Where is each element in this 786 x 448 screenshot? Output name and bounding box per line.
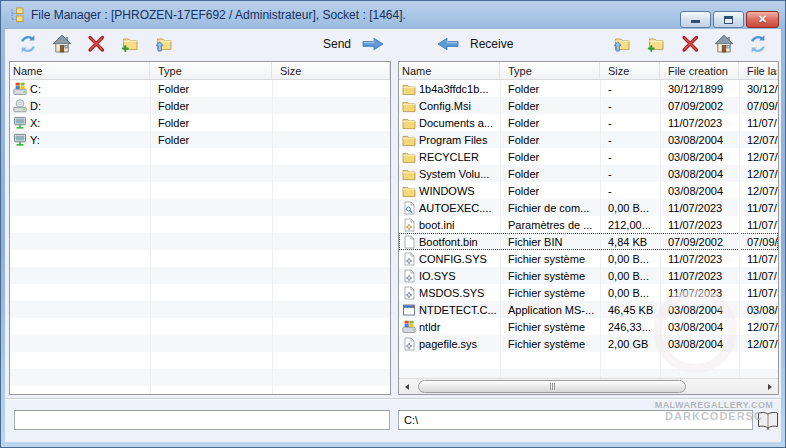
cell-name: WINDOWS <box>399 182 500 199</box>
cell-size: 0,00 B... <box>600 250 660 267</box>
right-list-header: NameTypeSizeFile creationFile last <box>399 62 778 80</box>
cell-created: 11/07/2023 <box>660 216 739 233</box>
address-book-icon[interactable] <box>756 409 780 431</box>
refresh-button[interactable] <box>747 33 769 55</box>
table-row[interactable]: pagefile.sysFichier système2,00 GB03/08/… <box>399 335 778 352</box>
upload-folder-icon <box>612 34 632 54</box>
table-row[interactable]: Program FilesFolder-03/08/200412/07/ <box>399 131 778 148</box>
cell-created: 07/09/2002 <box>660 97 739 114</box>
send-group[interactable]: Send <box>323 37 385 51</box>
new-folder-button[interactable] <box>645 33 667 55</box>
table-row[interactable]: boot.iniParamètres de ...212,00...11/07/… <box>399 216 778 233</box>
table-row[interactable]: ntldrFichier système246,33...03/08/20041… <box>399 318 778 335</box>
folder-icon <box>402 184 416 198</box>
table-row[interactable]: RECYCLERFolder-03/08/200412/07/ <box>399 148 778 165</box>
cell-type: Application MS-... <box>500 301 600 318</box>
cell-size: 4,84 KB <box>600 233 660 250</box>
remote-file-list-panel: NameTypeSizeFile creationFile last 1b4a3… <box>398 61 779 395</box>
table-row[interactable]: IO.SYSFichier système0,00 B...11/07/2023… <box>399 267 778 284</box>
cell-size: 0,00 B... <box>600 199 660 216</box>
cell-created: 11/07/2023 <box>660 114 739 131</box>
delete-button[interactable] <box>85 33 107 55</box>
home-button[interactable] <box>713 33 735 55</box>
cell-modified: 07/09/ <box>739 233 778 250</box>
column-header-size[interactable]: Size <box>600 62 660 79</box>
maximize-button[interactable] <box>713 11 744 28</box>
table-row[interactable]: Y:Folder <box>10 131 390 148</box>
left-list-header: NameTypeSize <box>10 62 390 80</box>
column-header-type[interactable]: Type <box>150 62 272 79</box>
close-button[interactable]: ✕ <box>746 11 779 28</box>
cell-name: RECYCLER <box>399 148 500 165</box>
table-row[interactable]: D:Folder <box>10 97 390 114</box>
column-header-created[interactable]: File creation <box>660 62 739 79</box>
cell-size: 212,00... <box>600 216 660 233</box>
cell-modified: 12/07/ <box>739 131 778 148</box>
send-arrow-icon[interactable] <box>361 37 385 51</box>
table-row[interactable]: System Volu...Folder-03/08/200412/07/ <box>399 165 778 182</box>
cell-name: AUTOEXEC.... <box>399 199 500 216</box>
cell-size: 0,00 B... <box>600 267 660 284</box>
receive-group[interactable]: Receive <box>436 37 513 51</box>
column-header-name[interactable]: Name <box>399 62 500 79</box>
cell-name: Bootfont.bin <box>399 233 500 250</box>
scroll-right-arrow[interactable] <box>762 379 778 394</box>
cell-size <box>272 114 390 131</box>
file-manager-window: File Manager : [PHROZEN-17EF692 / Admini… <box>0 0 786 448</box>
scroll-left-arrow[interactable] <box>399 379 415 394</box>
table-row[interactable]: AUTOEXEC....Fichier de com...0,00 B...11… <box>399 199 778 216</box>
table-row[interactable]: Documents a...Folder-11/07/202311/07/ <box>399 114 778 131</box>
bin-file-icon <box>402 235 416 249</box>
column-header-size[interactable]: Size <box>272 62 390 79</box>
table-row[interactable]: C:Folder <box>10 80 390 97</box>
network-drive-icon <box>13 116 27 130</box>
cell-type: Folder <box>500 131 600 148</box>
scrollbar-thumb[interactable] <box>418 380 686 393</box>
left-toolbar-icons <box>17 33 175 55</box>
cell-size: - <box>600 165 660 182</box>
column-header-name[interactable]: Name <box>10 62 150 79</box>
table-row[interactable]: NTDETECT.C...Application MS-...46,45 KB0… <box>399 301 778 318</box>
cell-type: Folder <box>500 114 600 131</box>
refresh-button[interactable] <box>17 33 39 55</box>
window-title: File Manager : [PHROZEN-17EF692 / Admini… <box>31 8 406 22</box>
home-button[interactable] <box>51 33 73 55</box>
home-icon <box>714 34 734 54</box>
cell-type: Folder <box>150 114 272 131</box>
title-bar[interactable]: File Manager : [PHROZEN-17EF692 / Admini… <box>1 1 785 29</box>
cell-type: Folder <box>500 182 600 199</box>
table-row[interactable]: Config.MsiFolder-07/09/200207/09/ <box>399 97 778 114</box>
cell-modified: 11/07/ <box>739 250 778 267</box>
table-row[interactable]: Bootfont.binFichier BIN4,84 KB07/09/2002… <box>399 233 778 250</box>
table-row[interactable]: MSDOS.SYSFichier système0,00 B...11/07/2… <box>399 284 778 301</box>
ini-file-icon <box>402 218 416 232</box>
cell-type: Fichier de com... <box>500 199 600 216</box>
column-header-modified[interactable]: File last <box>739 62 778 79</box>
table-row[interactable]: WINDOWSFolder-03/08/200412/07/ <box>399 182 778 199</box>
upload-folder-button[interactable] <box>153 33 175 55</box>
window-controls: ✕ <box>680 11 779 28</box>
cell-name: Y: <box>10 131 150 148</box>
minimize-button[interactable] <box>680 11 711 28</box>
delete-button[interactable] <box>679 33 701 55</box>
horizontal-scrollbar[interactable] <box>399 378 778 394</box>
cell-modified: 03/08/ <box>739 301 778 318</box>
column-header-type[interactable]: Type <box>500 62 600 79</box>
upload-folder-icon <box>154 34 174 54</box>
table-row[interactable]: 1b4a3ffdc1b...Folder-30/12/189930/12/ <box>399 80 778 97</box>
cell-size: - <box>600 131 660 148</box>
grid-line <box>739 80 740 378</box>
remote-path-input[interactable] <box>398 410 753 430</box>
local-path-input[interactable] <box>14 410 390 430</box>
table-row[interactable]: CONFIG.SYSFichier système0,00 B...11/07/… <box>399 250 778 267</box>
table-row[interactable]: X:Folder <box>10 114 390 131</box>
cell-name: boot.ini <box>399 216 500 233</box>
new-folder-icon <box>120 34 140 54</box>
cell-size: 246,33... <box>600 318 660 335</box>
cell-type: Fichier système <box>500 267 600 284</box>
new-folder-button[interactable] <box>119 33 141 55</box>
cell-size: - <box>600 80 660 97</box>
upload-folder-button[interactable] <box>611 33 633 55</box>
cell-size: - <box>600 114 660 131</box>
receive-arrow-icon[interactable] <box>436 37 460 51</box>
